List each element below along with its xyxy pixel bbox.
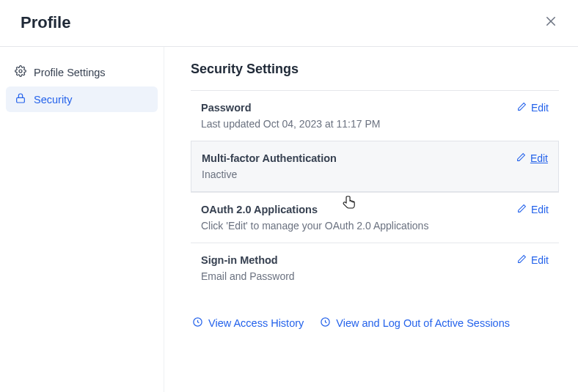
modal-header: Profile (0, 0, 578, 46)
setting-subtitle: Email and Password (201, 270, 295, 282)
edit-label: Edit (531, 102, 549, 114)
section-title: Security Settings (191, 62, 559, 77)
lock-icon (15, 92, 26, 106)
setting-title: Sign-in Method (201, 254, 295, 266)
setting-row-mfa: Multi-factor Authentication Inactive Edi… (191, 141, 559, 192)
setting-title: OAuth 2.0 Applications (201, 204, 428, 215)
gear-icon (15, 65, 26, 79)
edit-password-button[interactable]: Edit (517, 102, 549, 114)
sidebar-item-profile-settings[interactable]: Profile Settings (6, 59, 158, 85)
pencil-icon (517, 102, 527, 114)
clock-arrow-icon (192, 317, 203, 330)
main-content: Security Settings Password Last updated … (164, 47, 578, 392)
edit-label: Edit (530, 152, 548, 164)
setting-row-signin: Sign-in Method Email and Password Edit (191, 243, 559, 293)
sidebar: Profile Settings Security (0, 47, 164, 392)
setting-title: Multi-factor Authentication (202, 152, 337, 164)
setting-subtitle: Click 'Edit' to manage your OAuth 2.0 Ap… (201, 220, 428, 232)
sidebar-item-label: Security (34, 94, 72, 106)
page-title: Profile (21, 13, 70, 32)
edit-label: Edit (531, 204, 549, 215)
setting-subtitle: Last updated Oct 04, 2023 at 11:17 PM (201, 118, 380, 130)
setting-subtitle: Inactive (202, 169, 337, 180)
view-access-history-link[interactable]: View Access History (192, 317, 304, 330)
sidebar-item-security[interactable]: Security (6, 86, 158, 112)
pencil-icon (517, 204, 527, 215)
svg-point-2 (19, 70, 22, 73)
pencil-icon (516, 152, 526, 164)
edit-signin-button[interactable]: Edit (517, 254, 549, 266)
setting-row-oauth: OAuth 2.0 Applications Click 'Edit' to m… (191, 192, 559, 243)
setting-row-password: Password Last updated Oct 04, 2023 at 11… (191, 90, 559, 141)
link-label: View and Log Out of Active Sessions (336, 317, 510, 329)
view-sessions-link[interactable]: View and Log Out of Active Sessions (320, 317, 510, 330)
setting-title: Password (201, 102, 380, 114)
clock-arrow-icon (320, 317, 331, 330)
pencil-icon (517, 254, 527, 266)
sidebar-item-label: Profile Settings (34, 67, 106, 78)
svg-rect-3 (17, 97, 25, 103)
close-button[interactable] (541, 12, 560, 33)
edit-oauth-button[interactable]: Edit (517, 204, 549, 215)
edit-label: Edit (531, 254, 549, 266)
edit-mfa-button[interactable]: Edit (516, 152, 548, 164)
close-icon (544, 15, 557, 30)
link-label: View Access History (208, 317, 304, 329)
footer-links: View Access History View and Log Out of … (191, 317, 559, 330)
